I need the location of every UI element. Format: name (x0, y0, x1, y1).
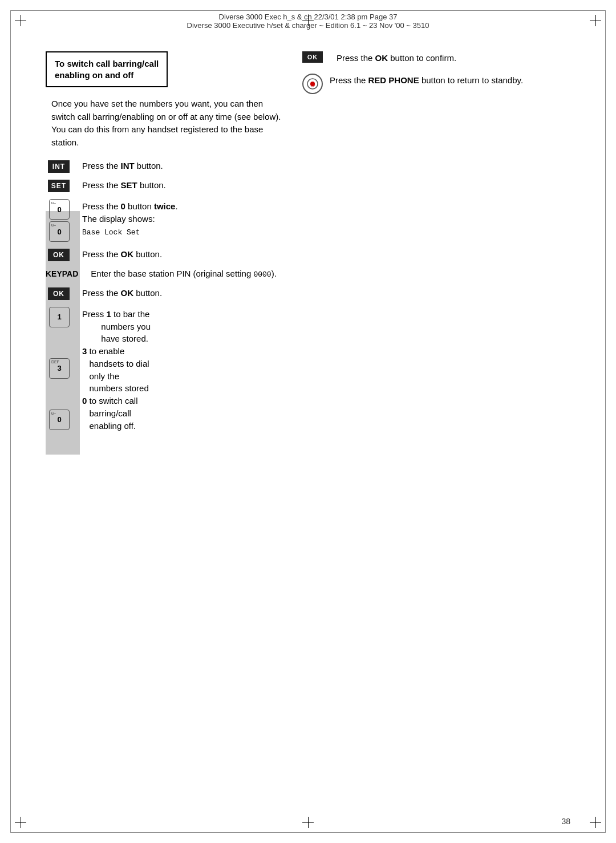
main-content: To switch call barring/call enabling on … (46, 51, 570, 809)
ok-instruction-text-1: Press the OK button. (82, 248, 162, 261)
def-small-label: DEF (51, 360, 59, 364)
page-header: Diverse 3000 Exec h_s & ch 22/3/01 2:38 … (187, 13, 429, 30)
zero-small-label-3: u– (51, 411, 56, 415)
button-0-icon: u– 0 (49, 410, 70, 430)
options-instruction-text: Press 1 to bar the numbers you have stor… (82, 306, 151, 432)
reg-mark-bl (15, 817, 26, 828)
zero-button-badge-col: u– 0 u– 0 (46, 198, 75, 242)
zero-button-text: Press the 0 button twice. The display sh… (82, 198, 178, 238)
title-box: To switch call barring/call enabling on … (46, 51, 168, 87)
zero-button-row: u– 0 u– 0 Press the 0 button twice. The … (46, 198, 285, 242)
reg-mark-tl (15, 15, 26, 26)
ok-badge-1: OK (48, 249, 70, 261)
zero-small-label-1: u– (51, 201, 56, 205)
ok-instruction-row-2: OK Press the OK button. (46, 286, 285, 300)
ok-badge-2: OK (48, 287, 70, 300)
pin-default: 0000 (253, 270, 271, 279)
zero-button-icon-2: u– 0 (49, 221, 70, 242)
ok-instruction-text-2: Press the OK button. (82, 286, 162, 299)
set-instruction-row: SET Press the SET button. (46, 179, 285, 192)
keypad-badge-col: KEYPAD (46, 267, 84, 278)
right-column: OK Press the OK button to confirm. ◉ Pre… (302, 51, 576, 103)
button-3-icon: DEF 3 (49, 358, 70, 379)
left-col-content: To switch call barring/call enabling on … (46, 51, 285, 432)
int-instruction-text: Press the INT button. (82, 159, 163, 172)
zero-button-icon-1: u– 0 (49, 199, 70, 220)
reg-mark-br (590, 817, 601, 828)
svg-text:◉: ◉ (310, 81, 315, 87)
header-line2: Diverse 3000 Executive h/set & charger ~… (187, 21, 429, 30)
page-number: 38 (561, 817, 570, 826)
zero-small-label-2: u– (51, 223, 56, 227)
right-ok-badge: OK (302, 51, 323, 63)
ok-instruction-row-1: OK Press the OK button. (46, 248, 285, 261)
right-ok-row: OK Press the OK button to confirm. (302, 51, 576, 64)
options-row: 1 DEF 3 u– 0 Press 1 to bar the (46, 306, 285, 432)
intro-text: Once you have set the numbers you want, … (51, 98, 285, 149)
keypad-label: KEYPAD (46, 268, 78, 278)
phone-svg: ◉ (307, 78, 318, 90)
right-ok-badge-wrapper: OK (302, 51, 330, 63)
reg-mark-bc (302, 817, 314, 828)
int-badge-col: INT (46, 159, 75, 173)
button-1-icon: 1 (49, 307, 70, 327)
ok-badge-col-1: OK (46, 248, 75, 261)
red-phone-text: Press the RED PHONE button to return to … (330, 74, 523, 87)
left-column: To switch call barring/call enabling on … (46, 51, 285, 437)
red-phone-icon: ◉ (302, 74, 323, 94)
display-text: Base Lock Set (82, 228, 140, 237)
ok-badge-col-2: OK (46, 286, 75, 300)
int-badge: INT (48, 160, 70, 173)
header-line1: Diverse 3000 Exec h_s & ch 22/3/01 2:38 … (187, 13, 429, 21)
reg-mark-tr (590, 15, 601, 26)
int-instruction-row: INT Press the INT button. (46, 159, 285, 173)
set-instruction-text: Press the SET button. (82, 179, 166, 192)
set-badge: SET (48, 180, 70, 192)
options-badge-col: 1 DEF 3 u– 0 (46, 306, 75, 430)
title-box-text: To switch call barring/call enabling on … (55, 58, 159, 80)
keypad-instruction-row: KEYPAD Enter the base station PIN (origi… (46, 267, 285, 281)
keypad-instruction-text: Enter the base station PIN (original set… (91, 267, 277, 281)
red-phone-row: ◉ Press the RED PHONE button to return t… (302, 74, 576, 94)
right-ok-text: Press the OK button to confirm. (337, 51, 456, 64)
set-badge-col: SET (46, 179, 75, 192)
